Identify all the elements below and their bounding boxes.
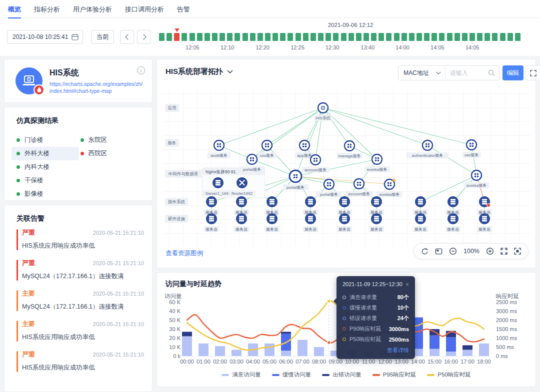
- bar-segment[interactable]: [446, 337, 456, 352]
- minimap-icon[interactable]: [435, 248, 442, 255]
- topo-node-服务器[interactable]: [206, 196, 217, 207]
- topo-node-cas服务[interactable]: [466, 140, 476, 150]
- topo-node-服务器[interactable]: [371, 213, 382, 224]
- view-details-link[interactable]: 查看详情: [342, 347, 409, 354]
- timeline-block[interactable]: [182, 33, 187, 41]
- info-icon[interactable]: i: [137, 66, 145, 74]
- topo-node-服务器[interactable]: [448, 213, 458, 224]
- timeline-block[interactable]: [258, 33, 263, 41]
- timeline-block[interactable]: [288, 33, 293, 41]
- topo-node-Server1_1992[interactable]: [212, 177, 224, 188]
- topo-node-account服务[interactable]: [354, 179, 364, 189]
- topo-node-服务器[interactable]: [266, 196, 278, 207]
- topo-node-account服务[interactable]: [310, 155, 320, 165]
- topo-node-manage服务[interactable]: [344, 141, 354, 151]
- timeline-block[interactable]: [174, 33, 180, 41]
- timeline-block[interactable]: [378, 33, 384, 41]
- timeline-block[interactable]: [364, 33, 369, 41]
- alarm-list-item[interactable]: 严重2020-05-21 15:21:10HIS系统应用响应成功率低: [16, 228, 144, 250]
- timeline-block[interactable]: [234, 33, 240, 41]
- prev-button[interactable]: [120, 30, 134, 44]
- topo-node-eureka服务[interactable]: [372, 154, 382, 164]
- bar-segment[interactable]: [314, 347, 324, 356]
- topo-node-app服务[interactable]: [300, 140, 310, 150]
- timeline-block[interactable]: [296, 33, 301, 41]
- topo-node-服务器[interactable]: [305, 196, 316, 207]
- search-icon[interactable]: [488, 69, 495, 76]
- alarm-list-item[interactable]: 主要2020-05-21 15:21:10MySQL24（172.17.166.…: [16, 289, 144, 311]
- topo-node-服务器[interactable]: [479, 213, 490, 224]
- tab-概览[interactable]: 概览: [8, 0, 21, 18]
- timeline-block[interactable]: [326, 33, 331, 41]
- legend-item-出错访问量[interactable]: 出错访问量: [322, 371, 362, 379]
- topo-node-服务器[interactable]: [236, 196, 247, 207]
- tab-指标分析[interactable]: 指标分析: [34, 0, 60, 18]
- timeline-block[interactable]: [386, 33, 392, 41]
- center-focus-icon[interactable]: [514, 248, 521, 255]
- bar-segment[interactable]: [232, 350, 242, 356]
- topo-node-authenticator服务[interactable]: [422, 140, 432, 150]
- topology-canvas[interactable]: Nginx集群90-91应用服务中间件与数据库操作系统硬件设施HIS系统audi…: [163, 90, 530, 246]
- topo-node-HIS系统[interactable]: [318, 103, 328, 113]
- probe-item-西院区[interactable]: 西院区: [76, 147, 143, 160]
- timeline-block[interactable]: [402, 33, 407, 41]
- timeline-block[interactable]: [227, 33, 232, 41]
- topo-node-服务器[interactable]: [371, 196, 382, 207]
- current-button[interactable]: 当前: [91, 30, 114, 44]
- topo-node-服务器[interactable]: [415, 196, 426, 207]
- bar-segment[interactable]: [430, 349, 440, 356]
- close-icon[interactable]: ×: [406, 281, 409, 288]
- timeline-block[interactable]: [470, 33, 475, 41]
- timeline-block[interactable]: [508, 33, 513, 41]
- timeline-block[interactable]: [341, 33, 346, 41]
- timeline-block[interactable]: [310, 33, 316, 41]
- datetime-picker[interactable]: 2021-10-08 10:25:41: [7, 30, 83, 44]
- probe-item-外科大楼[interactable]: 外科大楼: [12, 147, 79, 160]
- topo-node-服务器[interactable]: [305, 213, 316, 224]
- alarm-list-item[interactable]: 主要2020-05-21 15:21:10HIS系统应用响应成功率低: [16, 320, 144, 342]
- zoom-in-icon[interactable]: [486, 247, 494, 255]
- topo-node-服务器[interactable]: [479, 196, 490, 207]
- timeline-block[interactable]: [409, 33, 414, 41]
- timeline-block[interactable]: [333, 33, 338, 41]
- alarm-list-item[interactable]: 严重2020-05-21 15:21:10MySQL24（172.17.166.…: [16, 259, 144, 281]
- bar-segment[interactable]: [182, 332, 192, 336]
- timeline-block[interactable]: [500, 33, 506, 41]
- legend-item-满意访问量[interactable]: 满意访问量: [222, 371, 261, 379]
- timeline-block[interactable]: [250, 33, 256, 41]
- next-button[interactable]: [137, 30, 151, 44]
- bar-segment[interactable]: [281, 351, 291, 356]
- bar-segment[interactable]: [462, 345, 472, 350]
- alarm-list-item[interactable]: 严重2020-05-21 15:21:10HIS系统应用响应成功率低: [16, 350, 144, 372]
- timeline-block[interactable]: [447, 33, 452, 41]
- timeline-block[interactable]: [159, 33, 164, 41]
- bar-segment[interactable]: [479, 344, 489, 356]
- topo-node-audit服务[interactable]: [214, 140, 224, 150]
- topo-node-portal服务[interactable]: [247, 154, 257, 164]
- timeline-block[interactable]: [242, 33, 248, 41]
- search-type-select[interactable]: MAC地址: [398, 66, 446, 80]
- topo-node-Router1992[interactable]: [236, 177, 248, 188]
- bar-segment[interactable]: [462, 350, 472, 356]
- zoom-out-icon[interactable]: [449, 247, 457, 255]
- timeline-block[interactable]: [439, 33, 444, 41]
- timeline-block[interactable]: [265, 33, 270, 41]
- timeline-block[interactable]: [462, 33, 468, 41]
- topo-node-服务器[interactable]: [236, 213, 247, 224]
- topo-node-服务器[interactable]: [339, 213, 350, 224]
- timeline-block[interactable]: [204, 33, 210, 41]
- timeline-block[interactable]: [212, 33, 218, 41]
- bar-segment[interactable]: [198, 344, 208, 356]
- topo-node-eureka服务[interactable]: [472, 170, 482, 180]
- timeline-block[interactable]: [318, 33, 324, 41]
- fullscreen-button[interactable]: [526, 65, 540, 80]
- timeline-block[interactable]: [356, 33, 362, 41]
- topo-node-服务器[interactable]: [206, 213, 217, 224]
- timeline-block[interactable]: [394, 33, 400, 41]
- topology-title[interactable]: HIS系统部署拓扑: [166, 67, 233, 76]
- fit-screen-icon[interactable]: [500, 248, 508, 255]
- timeline-block[interactable]: [515, 33, 520, 41]
- bar-segment[interactable]: [281, 332, 291, 334]
- timeline-block[interactable]: [190, 33, 195, 41]
- probe-item-内科大楼[interactable]: 内科大楼: [12, 160, 79, 174]
